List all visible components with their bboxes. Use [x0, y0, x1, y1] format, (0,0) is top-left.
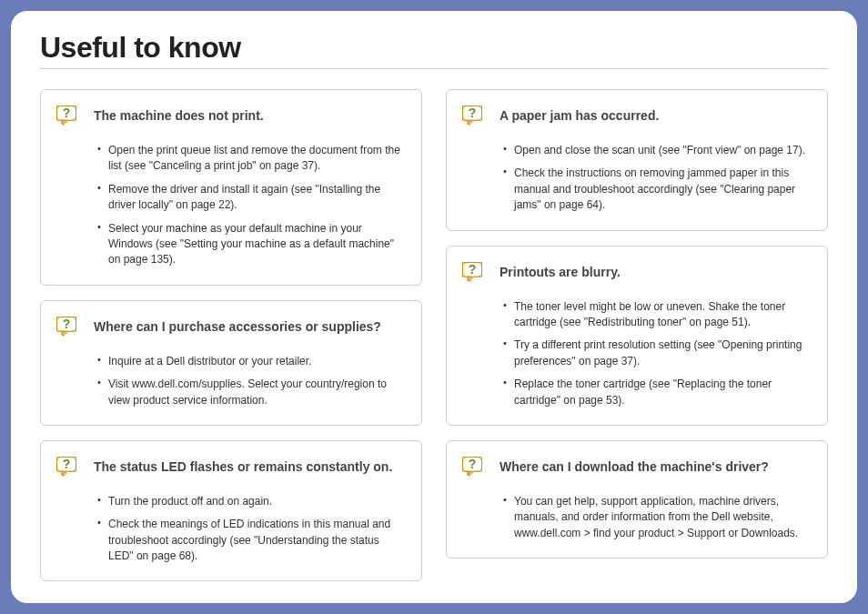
help-icon: [459, 454, 485, 479]
bullet-item: Turn the product off and on again.: [97, 490, 407, 513]
bullet-list: The toner level might be low or uneven. …: [459, 296, 812, 412]
page-title: Useful to know: [40, 31, 828, 69]
card-title: Printouts are blurry.: [500, 265, 621, 279]
page: Useful to know The machine does not prin…: [11, 11, 857, 603]
faq-card: Where can I download the machine's drive…: [446, 440, 828, 559]
card-header: The status LED flashes or remains consta…: [54, 454, 407, 479]
bullet-list: Open the print queue list and remove the…: [54, 139, 407, 272]
card-title: The machine does not print.: [94, 108, 264, 123]
bullet-item: Visit www.dell.com/supplies. Select your…: [97, 373, 407, 412]
bullet-item: Select your machine as your default mach…: [97, 217, 407, 272]
bullet-item: Open and close the scan unit (see "Front…: [503, 139, 812, 162]
help-icon: [54, 103, 79, 128]
bullet-item: Remove the driver and install it again (…: [97, 178, 407, 217]
right-column: A paper jam has occurred.Open and close …: [446, 89, 828, 581]
faq-card: Where can I purchase accessories or supp…: [40, 300, 422, 426]
left-column: The machine does not print.Open the prin…: [40, 89, 422, 581]
bullet-item: Open the print queue list and remove the…: [97, 139, 407, 178]
faq-card: A paper jam has occurred.Open and close …: [446, 89, 828, 231]
faq-card: Printouts are blurry.The toner level mig…: [446, 246, 828, 426]
bullet-list: Inquire at a Dell distributor or your re…: [54, 350, 407, 412]
bullet-item: Check the instructions on removing jamme…: [503, 162, 812, 216]
bullet-item: Try a different print resolution setting…: [503, 334, 812, 373]
bullet-item: Check the meanings of LED indications in…: [97, 513, 407, 568]
card-header: Where can I purchase accessories or supp…: [54, 314, 407, 339]
bullet-list: You can get help, support application, m…: [459, 490, 812, 545]
card-header: A paper jam has occurred.: [459, 103, 812, 128]
faq-card: The status LED flashes or remains consta…: [40, 440, 422, 582]
card-title: A paper jam has occurred.: [500, 108, 659, 123]
card-title: Where can I download the machine's drive…: [500, 459, 769, 474]
bullet-list: Turn the product off and on again.Check …: [54, 490, 407, 569]
help-icon: [54, 454, 79, 479]
faq-card: The machine does not print.Open the prin…: [40, 89, 422, 286]
bullet-list: Open and close the scan unit (see "Front…: [459, 139, 812, 217]
columns: The machine does not print.Open the prin…: [40, 89, 828, 581]
bullet-item: Replace the toner cartridge (see "Replac…: [503, 373, 812, 412]
bullet-item: The toner level might be low or uneven. …: [503, 296, 812, 335]
card-header: The machine does not print.: [54, 103, 407, 128]
card-header: Printouts are blurry.: [459, 259, 812, 285]
bullet-item: You can get help, support application, m…: [503, 490, 812, 545]
card-title: Where can I purchase accessories or supp…: [94, 319, 381, 334]
card-title: The status LED flashes or remains consta…: [94, 459, 392, 474]
help-icon: [459, 259, 485, 285]
card-header: Where can I download the machine's drive…: [459, 454, 812, 479]
help-icon: [459, 103, 485, 128]
help-icon: [54, 314, 79, 339]
bullet-item: Inquire at a Dell distributor or your re…: [97, 350, 407, 373]
